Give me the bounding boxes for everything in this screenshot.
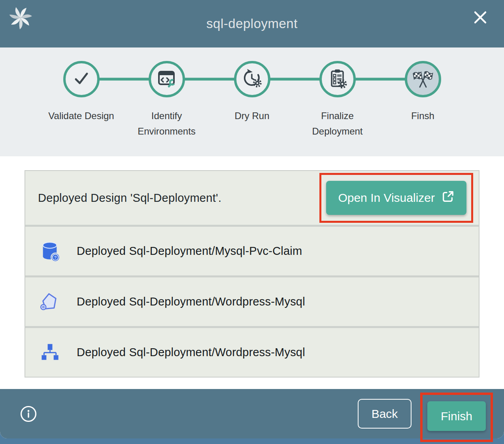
deployment-stepper: Validate Design Identify Environments Dr… (0, 47, 504, 156)
deployment-wizard-screen: sql-deployment (0, 0, 504, 444)
clipboard-gear-icon (327, 68, 348, 90)
result-row-wordpress-mysql-2: Deployed Sql-Deployment/Wordpress-Mysql (25, 328, 479, 377)
info-icon[interactable] (20, 405, 37, 423)
step-finish[interactable] (405, 61, 441, 97)
external-link-icon (441, 190, 455, 206)
deployment-results: Deployed Design 'Sql-Deployment'. Open I… (0, 156, 504, 389)
step-identify-environments[interactable] (149, 61, 185, 97)
stepper-labels: Validate Design Identify Environments Dr… (39, 108, 466, 139)
result-message: Deployed Sql-Deployment/Mysql-Pvc-Claim (77, 245, 302, 258)
modal-title: sql-deployment (0, 16, 504, 31)
back-button[interactable]: Back (358, 399, 412, 429)
svg-text:?: ? (54, 255, 57, 260)
step-dry-run[interactable] (234, 61, 270, 97)
result-row-wordpress-mysql-1: Deployed Sql-Deployment/Wordpress-Mysql (25, 277, 479, 326)
results-list: Deployed Design 'Sql-Deployment'. Open I… (25, 170, 479, 378)
design-result-row: Deployed Design 'Sql-Deployment'. Open I… (25, 171, 479, 225)
result-message: Deployed Sql-Deployment/Wordpress-Mysql (77, 346, 305, 359)
modal-footer: Back Finish (0, 389, 504, 438)
step-label-dry-run: Dry Run (210, 108, 295, 139)
close-icon[interactable] (472, 9, 488, 25)
check-icon (71, 68, 92, 90)
open-in-visualizer-label: Open In Visualizer (338, 191, 435, 205)
pentagon-icon (40, 292, 60, 312)
code-config-icon (157, 68, 177, 90)
open-in-visualizer-button[interactable]: Open In Visualizer (326, 181, 466, 215)
step-label-identify-environments: Identify Environments (124, 108, 210, 139)
hierarchy-icon (40, 342, 60, 363)
finish-button[interactable]: Finish (427, 401, 486, 431)
finish-flags-icon (412, 67, 434, 91)
result-row-mysql-pvc-claim: ? Deployed Sql-Deployment/Mysql-Pvc-Clai… (25, 227, 479, 275)
step-validate-design[interactable] (63, 61, 100, 97)
step-finalize-deployment[interactable] (319, 61, 356, 97)
design-result-message: Deployed Design 'Sql-Deployment'. (38, 192, 319, 205)
database-icon: ? (40, 241, 60, 262)
modal-header: sql-deployment (0, 0, 504, 47)
deployment-modal: sql-deployment (0, 0, 504, 438)
result-message: Deployed Sql-Deployment/Wordpress-Mysql (77, 295, 305, 308)
step-label-validate-design: Validate Design (39, 108, 124, 139)
step-label-finalize-deployment: Finalize Deployment (295, 108, 380, 139)
dry-run-icon (242, 68, 262, 90)
annotation-box-finish: Finish (420, 393, 493, 442)
annotation-box-open-in-visualizer: Open In Visualizer (319, 173, 473, 223)
meshery-logo-icon (9, 5, 32, 30)
stepper-circles (63, 61, 441, 97)
step-label-finish: Finsh (380, 108, 466, 139)
